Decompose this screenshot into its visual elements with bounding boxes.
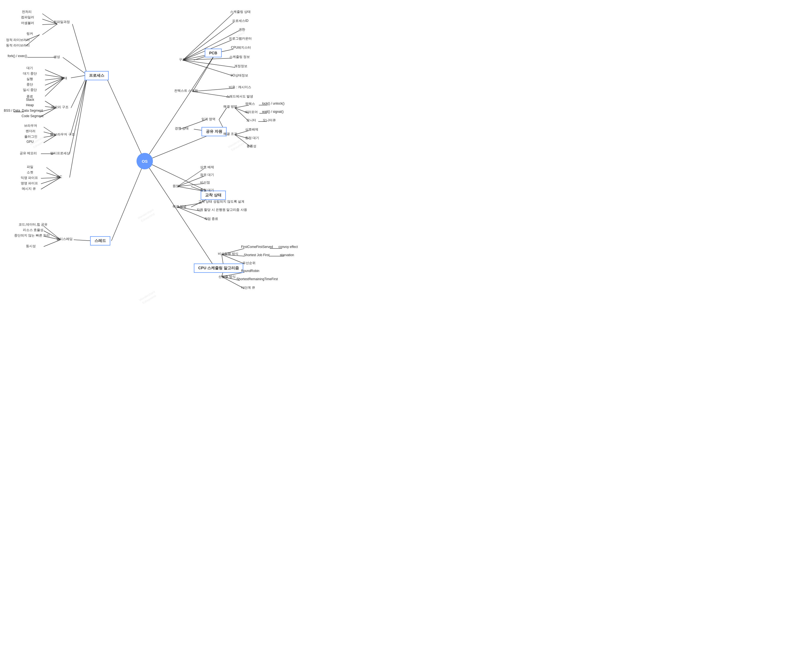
label-temp-interrupt: 일시 중단 xyxy=(23,88,37,92)
label-multithreading: 멀티스레딩 xyxy=(56,237,73,241)
label-thread-occur: 스레드에서도 발생 xyxy=(226,94,253,99)
label-solution-condition: 해결 조건 xyxy=(223,131,237,136)
svg-line-10 xyxy=(42,24,57,35)
label-mutex: 뮤텍스 xyxy=(245,102,255,106)
label-mutual-exclusion: 상호배제 xyxy=(245,127,258,132)
svg-line-1 xyxy=(111,161,145,241)
label-non-preemptive2: 비선점 xyxy=(200,180,210,185)
label-named-pipe: 명명 파이프 xyxy=(21,181,38,186)
label-preemptive-method: 선점형 방식 xyxy=(218,274,236,279)
svg-line-40 xyxy=(41,177,61,189)
svg-line-60 xyxy=(219,108,227,119)
label-critical-section: 임계 영역 xyxy=(201,117,215,122)
svg-line-33 xyxy=(70,75,87,154)
label-message-queue: 메시지 큐 xyxy=(22,186,36,191)
label-running: 실행 xyxy=(26,77,33,81)
svg-line-57 xyxy=(192,92,230,97)
shared-resource-box: 공유 자원 xyxy=(201,127,227,136)
svg-line-0 xyxy=(107,78,145,161)
svg-line-2 xyxy=(145,53,216,161)
svg-line-5 xyxy=(145,161,216,269)
label-memory-structure: 메모리 구조 xyxy=(51,105,69,110)
label-context-switch: 컨텍스트 스위칭 xyxy=(174,89,198,93)
label-concurrency: 동시성 xyxy=(26,244,36,249)
label-non-preemptive-method: 비선점형 방식 xyxy=(218,252,238,256)
label-monitor: 모니터 xyxy=(246,118,256,122)
label-file: 파일 xyxy=(27,165,33,169)
label-priority: 우선순위 xyxy=(243,261,256,266)
label-resource-efficiency: 리소스 효율성 xyxy=(23,228,43,232)
label-static-lib: 정적 라이브러리 xyxy=(6,38,30,42)
svg-line-21 xyxy=(45,78,64,96)
label-lock-unlock: lock() / unlock() xyxy=(262,102,284,105)
svg-line-53 xyxy=(183,60,235,67)
label-process-id: 프로세스ID xyxy=(232,18,249,23)
label-circular-wait: 환형 대기 xyxy=(200,188,214,193)
label-stack: Stack xyxy=(26,98,34,102)
label-assembler: 어셈블러 xyxy=(21,21,34,25)
label-solution-method: 해결 방법 xyxy=(223,104,237,109)
label-fcfs: FirstComeFirstServed xyxy=(241,245,273,249)
label-data-segment: Data Segment xyxy=(22,109,43,113)
center-node: OS xyxy=(136,153,153,169)
process-box: 프로세스 xyxy=(85,71,109,80)
label-anon-pipe: 익명 파이프 xyxy=(21,176,38,180)
thread-box: 스레드 xyxy=(90,236,110,246)
label-state: 상태 xyxy=(61,76,67,81)
label-authority: 권한 xyxy=(239,27,245,32)
svg-line-3 xyxy=(145,133,216,161)
label-pcb-structure: 구조 xyxy=(179,57,185,62)
label-sched-info: 스케줄링 정보 xyxy=(229,55,250,59)
svg-line-6 xyxy=(72,24,87,75)
label-gpu: GPU xyxy=(26,140,34,144)
label-ipc: IPC xyxy=(56,175,62,179)
label-browser-structure: 웹 브라우저 구조 xyxy=(50,132,75,137)
connection-lines xyxy=(0,0,406,322)
label-starvation: starvation xyxy=(280,253,294,257)
label-browser: 브라우저 xyxy=(24,124,37,128)
label-prevent-design: 교착 상태 성립되지 않도록 설계 xyxy=(198,199,244,204)
svg-line-13 xyxy=(63,57,87,75)
label-compiler: 컴파일러 xyxy=(21,15,34,20)
label-fast-processing: 중단되지 않는 빠른 처리 xyxy=(14,233,50,238)
label-flexibility: 융통성 xyxy=(247,144,256,148)
mind-map: OS 프로세스 스레드 PCB 공유 자원 교착 상태 CPU 스케줄링 알고리… xyxy=(0,0,406,322)
label-renderer: 렌더러 xyxy=(26,129,35,133)
label-compiler-process: 컴파일과정 xyxy=(53,20,70,24)
svg-line-54 xyxy=(183,60,233,76)
svg-line-55 xyxy=(193,53,216,92)
label-deadlock-cause: 원인 xyxy=(172,184,179,188)
label-program-counter: 프로그램카운터 xyxy=(229,36,252,41)
label-dynamic-lib: 동적 라이브러리 xyxy=(6,43,30,48)
label-convoy-effect: convoy effect xyxy=(278,245,298,249)
label-monitor-queue: 모니터큐 xyxy=(263,118,276,122)
label-wait-signal: wait() / signal() xyxy=(262,110,284,114)
label-waiting: 대기 xyxy=(26,66,33,70)
label-interrupt: 중단 xyxy=(26,82,33,87)
label-round-robin: RoundRobin xyxy=(241,269,259,273)
label-code-segment: Code Segment xyxy=(21,114,43,118)
label-semaphore: 세마포어 xyxy=(245,110,258,115)
label-banker-algo: 자원 할당 시 은행원 알고리즘 사용 xyxy=(197,208,247,212)
label-heap: Heap xyxy=(26,103,34,107)
label-context-cost: 비용 : 캐시미스 xyxy=(229,85,251,90)
label-socket: 소켓 xyxy=(27,170,33,175)
label-mutual-excl: 상호 배제 xyxy=(200,165,214,170)
svg-line-28 xyxy=(70,75,87,135)
label-multiprocessing: 멀티프로세싱 xyxy=(50,151,70,156)
label-io-status: I/O상태정보 xyxy=(231,73,248,78)
label-bss-data: BSS / Data xyxy=(4,109,20,113)
label-srtf: ShortestRemainingTimeFirst xyxy=(237,277,278,281)
label-sched-state: 스케줄링 상태 xyxy=(230,9,251,14)
svg-line-35 xyxy=(70,75,87,177)
svg-line-56 xyxy=(192,88,234,92)
label-competitive-state: 경쟁 상태 xyxy=(175,126,189,131)
label-creation: 생성 xyxy=(53,55,60,59)
cpu-scheduling-box: CPU 스케줄링 알고리즘 xyxy=(194,263,243,273)
label-shared-memory: 공유 메모리 xyxy=(20,151,37,156)
label-sjf: Shortest Job First xyxy=(244,253,270,257)
label-limited-waiting: 한정 대기 xyxy=(245,136,259,141)
label-waiting-interrupt: 대기 중단 xyxy=(23,71,37,76)
label-linker: 링커 xyxy=(26,31,33,36)
label-occupancy-wait: 점유 대기 xyxy=(200,173,214,177)
